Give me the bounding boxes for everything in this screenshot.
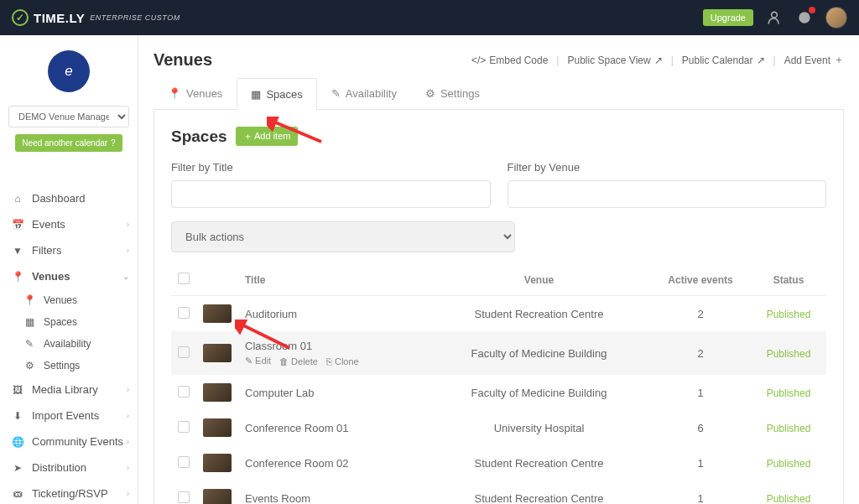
help-icon[interactable] [765,8,784,27]
brand-name: TIME.LY [34,11,85,25]
tab-availability[interactable]: ✎Availability [317,78,411,109]
nav: ⌂Dashboard 📅Events› ▼Filters› 📍Venues⌄ 📍… [0,185,138,504]
tabs: 📍Venues ▦Spaces ✎Availability ⚙Settings [154,78,844,110]
bulk-actions-select[interactable]: Bulk actions [171,221,515,252]
table-row[interactable]: Conference Room 01 University Hospital 6… [171,410,826,445]
nav-events[interactable]: 📅Events› [0,211,138,237]
public-space-view-link[interactable]: Public Space View ↗ [567,55,662,66]
org-avatar[interactable]: e [48,50,90,92]
table-row[interactable]: Conference Room 02 Student Recreation Ce… [171,445,826,481]
upgrade-button[interactable]: Upgrade [703,9,753,26]
nav-label: Ticketing/RSVP [32,487,108,500]
chevron-down-icon: ⌄ [122,272,129,281]
nav-ticketing[interactable]: 🎟Ticketing/RSVP› [0,481,138,504]
status-badge: Published [767,458,811,470]
sidebar: e DEMO Venue Managemen Need another cale… [0,35,138,504]
nav-label: Filters [32,244,61,257]
pin-icon: 📍 [12,271,23,283]
filter-venue-input[interactable] [508,180,827,208]
globe-icon: 🌐 [12,436,23,448]
status-badge: Published [767,348,811,360]
nav-label: Settings [44,360,80,372]
sliders-icon: ⚙ [425,87,435,100]
row-checkbox[interactable] [178,346,190,358]
row-actions: ✎ Edit 🗑 Delete ⎘ Clone [245,356,421,366]
status-badge: Published [767,423,811,434]
brand: TIME.LY ENTERPRISE CUSTOM [12,9,180,26]
grid-icon: ▦ [251,88,261,101]
space-venue: Student Recreation Centre [428,296,650,332]
col-venue[interactable]: Venue [428,264,650,296]
space-venue: Student Recreation Centre [428,481,650,504]
nav-label: Media Library [32,383,98,396]
chevron-right-icon: › [127,463,129,472]
tab-venues[interactable]: 📍Venues [154,78,237,109]
col-title[interactable]: Title [238,264,428,296]
nav-label: Dashboard [32,192,86,205]
pin-icon: 📍 [23,294,35,306]
nav-venues[interactable]: 📍Venues⌄ [0,263,138,289]
nav-import-events[interactable]: ⬇Import Events› [0,403,138,429]
notifications-icon[interactable] [795,8,814,27]
space-thumbnail [203,454,232,472]
embed-code-link[interactable]: </> Embed Code [471,55,548,66]
row-checkbox[interactable] [178,491,190,503]
space-title: Events Room [245,492,421,505]
nav-sub-settings[interactable]: ⚙Settings [12,355,138,377]
space-title: Auditorium [245,308,421,320]
space-active-events: 1 [650,481,751,504]
need-calendar-button[interactable]: Need another calendar ? [15,134,122,152]
svg-point-0 [772,12,778,18]
filter-title-input[interactable] [171,180,491,208]
avatar[interactable] [825,7,847,29]
nav-label: Spaces [44,316,77,328]
panel: Spaces ＋ Add item Filter by Title Filter… [154,110,844,504]
content: ‹ Venues </> Embed Code | Public Space V… [138,35,859,504]
pencil-icon: ✎ [23,338,35,350]
col-active-events[interactable]: Active events [650,264,751,296]
nav-distribution[interactable]: ➤Distribution› [0,455,138,481]
spaces-table: Title Venue Active events Status Auditor… [171,264,826,504]
pencil-icon: ✎ [331,87,341,100]
space-title: Conference Room 02 [245,457,421,470]
row-checkbox[interactable] [178,456,190,468]
table-row[interactable]: Classroom 01 ✎ Edit 🗑 Delete ⎘ Clone Fac… [171,331,826,375]
delete-action[interactable]: 🗑 Delete [279,356,318,366]
chevron-right-icon: › [127,489,129,498]
public-calendar-link[interactable]: Public Calendar ↗ [682,55,765,66]
nav-label: Community Events [32,435,123,448]
chevron-right-icon: › [127,411,129,420]
calendar-select[interactable]: DEMO Venue Managemen [8,106,129,127]
nav-sub-spaces[interactable]: ▦Spaces [12,311,138,333]
space-venue: Faculty of Medicine Building [428,375,650,410]
nav-sub-venues[interactable]: 📍Venues [12,289,138,311]
edit-action[interactable]: ✎ Edit [245,356,271,366]
nav-filters[interactable]: ▼Filters› [0,237,138,263]
image-icon: 🖼 [12,384,23,396]
tab-spaces[interactable]: ▦Spaces [237,78,316,110]
add-event-link[interactable]: Add Event ＋ [784,53,844,67]
clone-action[interactable]: ⎘ Clone [326,356,359,366]
nav-community-events[interactable]: 🌐Community Events› [0,429,138,455]
nav-media-library[interactable]: 🖼Media Library› [0,377,138,403]
col-status[interactable]: Status [751,264,826,296]
nav-venues-sub: 📍Venues ▦Spaces ✎Availability ⚙Settings [0,289,138,377]
table-row[interactable]: Auditorium Student Recreation Centre 2 P… [171,296,826,332]
space-venue: University Hospital [428,410,650,445]
nav-sub-availability[interactable]: ✎Availability [12,333,138,355]
table-row[interactable]: Computer Lab Faculty of Medicine Buildin… [171,375,826,410]
status-badge: Published [767,387,811,399]
add-item-button[interactable]: ＋ Add item [236,127,299,146]
row-checkbox[interactable] [178,386,190,397]
tab-settings[interactable]: ⚙Settings [411,78,494,109]
select-all-checkbox[interactable] [178,273,190,284]
filter-venue-label: Filter by Venue [508,161,827,174]
row-checkbox[interactable] [178,307,190,319]
question-icon: ? [111,138,116,148]
space-active-events: 1 [650,445,751,481]
page-title: Venues [154,50,212,70]
nav-label: Venues [44,294,77,306]
table-row[interactable]: Events Room Student Recreation Centre 1 … [171,481,826,504]
row-checkbox[interactable] [178,421,190,433]
nav-dashboard[interactable]: ⌂Dashboard [0,185,138,211]
